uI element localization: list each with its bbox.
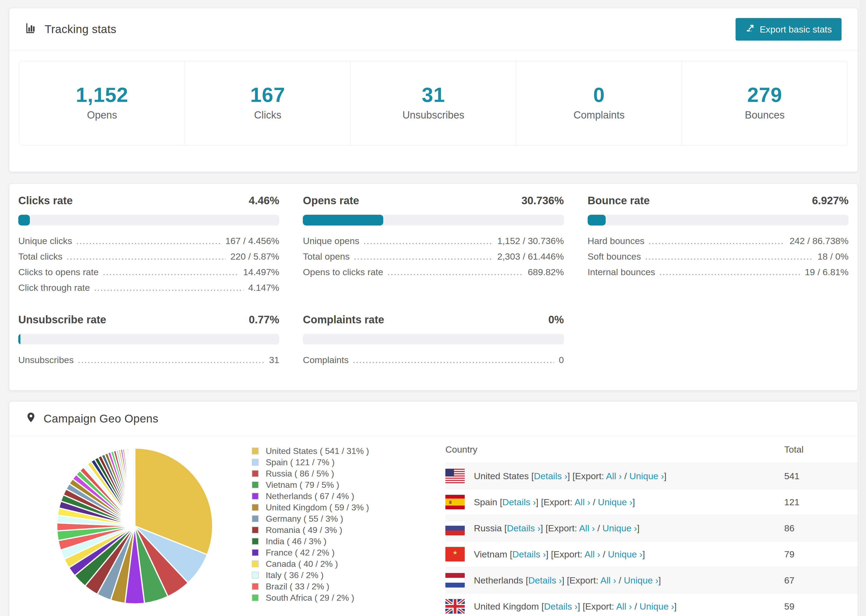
- rate-row-value: 2,303 / 61.446%: [497, 252, 564, 261]
- row-text: ]: [633, 497, 635, 507]
- country-links: Netherlands [Details ›] [Export: All › /…: [474, 575, 661, 586]
- details-link[interactable]: Details ›: [502, 497, 536, 507]
- legend-swatch: [252, 594, 259, 601]
- rate-value: 30.736%: [521, 195, 564, 207]
- legend-swatch: [252, 572, 259, 579]
- total-cell: 67: [784, 575, 858, 586]
- country-cell: Vietnam [Details ›] [Export: All › / Uni…: [446, 547, 784, 561]
- scrollbar-track[interactable]: [860, 0, 866, 616]
- export-unique-link[interactable]: Unique ›: [608, 549, 642, 559]
- rate-row-value: 4.147%: [248, 283, 279, 292]
- row-text: Russia [: [474, 523, 507, 533]
- rate-row: Unique opens1,152 / 30.736%: [303, 236, 564, 245]
- geo-table-row: Netherlands [Details ›] [Export: All › /…: [446, 567, 858, 593]
- rate-head: Clicks rate4.46%: [18, 195, 279, 207]
- geo-title: Campaign Geo Opens: [44, 412, 158, 425]
- rate-value: 0%: [548, 314, 564, 326]
- export-all-link[interactable]: All ›: [606, 471, 622, 481]
- dotted-leader: [660, 274, 800, 275]
- row-text: United States [: [474, 471, 534, 481]
- stat-label: Opens: [19, 109, 185, 121]
- details-link[interactable]: Details ›: [507, 523, 540, 533]
- row-text: Netherlands [: [474, 575, 528, 585]
- rate-progress-track: [303, 334, 564, 344]
- rate-row-label: Hard bounces: [587, 236, 645, 245]
- rate-rows: Hard bounces242 / 86.738%Soft bounces18 …: [587, 236, 849, 277]
- export-unique-link[interactable]: Unique ›: [598, 497, 633, 507]
- row-text: /: [632, 601, 639, 611]
- stat-label: Unsubscribes: [351, 109, 516, 121]
- map-pin-icon: [25, 411, 36, 426]
- details-link[interactable]: Details ›: [544, 601, 578, 611]
- country-links: United States [Details ›] [Export: All ›…: [474, 471, 666, 481]
- legend-item: Germany ( 55 / 3% ): [252, 513, 378, 524]
- legend-item: Romania ( 49 / 3% ): [252, 524, 378, 536]
- details-link[interactable]: Details ›: [528, 575, 562, 585]
- stat-cell: 1,152Opens: [19, 61, 185, 145]
- export-all-link[interactable]: All ›: [584, 549, 600, 559]
- legend-label: France ( 42 / 2% ): [266, 548, 335, 558]
- total-cell: 79: [784, 549, 858, 559]
- rate-progress-track: [587, 215, 849, 225]
- legend-item: France ( 42 / 2% ): [252, 547, 378, 558]
- legend-label: Vietnam ( 79 / 5% ): [266, 480, 339, 490]
- rate-progress-track: [303, 215, 564, 225]
- legend-item: South Africa ( 29 / 2% ): [252, 592, 378, 603]
- country-links: Russia [Details ›] [Export: All › / Uniq…: [474, 523, 639, 533]
- stat-value: 1,152: [19, 85, 185, 105]
- rate-row-value: 1,152 / 30.736%: [497, 236, 564, 245]
- legend-swatch: [252, 448, 259, 454]
- export-all-link[interactable]: All ›: [616, 601, 632, 611]
- rate-row-value: 689.82%: [527, 267, 564, 277]
- rate-row-value: 31: [269, 355, 279, 365]
- rate-row-value: 167 / 4.456%: [225, 236, 279, 245]
- row-text: Vietnam [: [474, 549, 512, 559]
- legend-label: Russia ( 86 / 5% ): [266, 469, 334, 479]
- rate-row-label: Unique opens: [303, 236, 359, 245]
- total-cell: 59: [784, 601, 858, 612]
- flag-icon-ru: [446, 521, 465, 535]
- export-unique-link[interactable]: Unique ›: [639, 601, 674, 611]
- legend-item: Canada ( 40 / 2% ): [252, 558, 378, 569]
- row-text: ] [Export:: [536, 497, 575, 507]
- country-links: United Kingdom [Details ›] [Export: All …: [474, 601, 677, 612]
- geo-table-row: Russia [Details ›] [Export: All › / Uniq…: [446, 515, 858, 541]
- legend-label: United Kingdom ( 59 / 3% ): [266, 503, 369, 512]
- stats-summary-row: 1,152Opens167Clicks31Unsubscribes0Compla…: [19, 61, 848, 145]
- geo-title-wrap: Campaign Geo Opens: [25, 411, 158, 426]
- rate-head: Unsubscribe rate0.77%: [18, 314, 279, 326]
- export-all-link[interactable]: All ›: [601, 575, 616, 585]
- export-basic-stats-button[interactable]: Export basic stats: [735, 18, 842, 41]
- flag-icon-vn: [446, 547, 465, 561]
- total-cell: 541: [784, 471, 858, 481]
- details-link[interactable]: Details ›: [512, 549, 546, 559]
- dotted-leader: [388, 274, 523, 275]
- rate-row: Internal bounces19 / 6.81%: [587, 267, 849, 277]
- country-column-header: Country: [446, 444, 784, 455]
- legend-item: United Kingdom ( 59 / 3% ): [252, 502, 378, 513]
- dotted-leader: [67, 259, 225, 259]
- rate-progress-track: [18, 215, 279, 225]
- legend-swatch: [252, 526, 259, 533]
- row-text: ] [Export:: [578, 601, 616, 611]
- export-unique-link[interactable]: Unique ›: [629, 471, 664, 481]
- rate-rows: Unsubscribes31: [18, 355, 279, 365]
- rate-row: Soft bounces18 / 0%: [587, 252, 849, 261]
- rate-row-label: Click through rate: [18, 283, 90, 292]
- flag-icon-gb: [446, 599, 465, 614]
- row-text: ]: [642, 549, 645, 559]
- country-cell: United Kingdom [Details ›] [Export: All …: [446, 599, 784, 614]
- geo-content: United States ( 541 / 31% )Spain ( 121 /…: [9, 436, 858, 616]
- export-unique-link[interactable]: Unique ›: [624, 575, 658, 585]
- rate-head: Opens rate30.736%: [303, 195, 564, 207]
- bar-chart-icon: [25, 22, 38, 37]
- details-link[interactable]: Details ›: [534, 471, 567, 481]
- legend-swatch: [252, 481, 259, 488]
- legend-item: Spain ( 121 / 7% ): [252, 457, 378, 468]
- legend-swatch: [252, 493, 259, 500]
- stat-label: Complaints: [516, 109, 682, 121]
- export-unique-link[interactable]: Unique ›: [602, 523, 637, 533]
- rate-title: Clicks rate: [18, 195, 72, 207]
- export-all-link[interactable]: All ›: [575, 497, 590, 507]
- export-all-link[interactable]: All ›: [579, 523, 595, 533]
